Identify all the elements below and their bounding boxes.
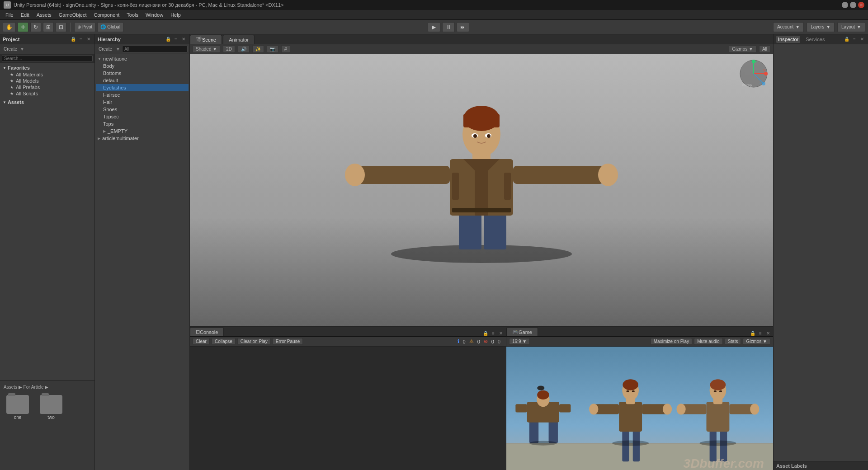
game-lock-icon[interactable]: 🔒 — [750, 330, 756, 336]
mode2d-button[interactable]: 2D — [223, 45, 235, 53]
hierarchy-more-icon[interactable]: ≡ — [173, 36, 179, 42]
project-search-input[interactable] — [2, 55, 93, 62]
hierarchy-create-button[interactable]: Create — [97, 46, 114, 52]
svg-point-39 — [676, 404, 685, 414]
gizmos-button[interactable]: Gizmos ▼ — [729, 45, 756, 53]
layout-dropdown[interactable]: Layout ▼ — [837, 22, 865, 32]
game-panel: 🎮 Game 🔒 ≡ ✕ 16:9 ▼ Maximize on — [506, 326, 773, 470]
item-eyelashes-label: Eyelashes — [103, 85, 126, 90]
layout-label: Layout — [841, 24, 855, 29]
assets-header[interactable]: ▼ Assets — [1, 99, 94, 106]
tab-console[interactable]: ⊡ Console — [190, 327, 224, 336]
scene-all-label[interactable]: All — [759, 45, 770, 53]
assets-grid: one two — [2, 393, 93, 422]
menu-component[interactable]: Component — [90, 11, 123, 19]
stats-button[interactable]: Stats — [725, 338, 741, 345]
menu-tools[interactable]: Tools — [123, 11, 142, 19]
tool-hand[interactable]: ✋ — [3, 22, 16, 32]
maximize-on-play-button[interactable]: Maximize on Play — [651, 338, 692, 345]
maximize-button[interactable]: □ — [850, 2, 856, 8]
error-icon: ⊗ — [484, 338, 488, 344]
console-more-icon[interactable]: ≡ — [490, 330, 496, 336]
inspector-tabs: Inspector Services — [776, 36, 826, 43]
game-close-icon[interactable]: ✕ — [765, 330, 771, 336]
asset-folder-two[interactable]: two — [35, 393, 67, 422]
project-close-icon[interactable]: ✕ — [85, 36, 92, 42]
project-more-icon[interactable]: ≡ — [78, 36, 84, 42]
tab-scene[interactable]: 🎬 Scene — [190, 35, 222, 44]
hierarchy-item-body[interactable]: Body — [96, 62, 189, 70]
hierarchy-item-newfitaone[interactable]: ▼ newfitaone — [96, 55, 189, 62]
menu-window[interactable]: Window — [142, 11, 167, 19]
step-button[interactable]: ⏭ — [457, 22, 469, 32]
account-dropdown[interactable]: Account ▼ — [773, 22, 804, 32]
inspector-more-icon[interactable]: ≡ — [851, 36, 858, 42]
tool-rotate[interactable]: ↻ — [30, 22, 41, 32]
game-gizmos-button[interactable]: Gizmos ▼ — [743, 338, 770, 345]
all-scripts-item[interactable]: ★ All Scripts — [1, 90, 94, 97]
hierarchy-lock-icon[interactable]: 🔒 — [165, 36, 171, 42]
scene-grid-icon[interactable]: # — [281, 45, 290, 53]
menu-assets[interactable]: Assets — [33, 11, 55, 19]
project-lock-icon[interactable]: 🔒 — [70, 36, 76, 42]
tab-animator[interactable]: Animator — [223, 35, 255, 44]
asset-folder-one[interactable]: one — [2, 393, 33, 422]
hierarchy-item-tops[interactable]: Tops — [96, 120, 189, 127]
console-lock-icon[interactable]: 🔒 — [482, 330, 489, 336]
hierarchy-item-topsec[interactable]: Topsec — [96, 113, 189, 120]
hierarchy-item-empty[interactable]: ▶ _EMPTY — [96, 127, 189, 135]
tool-scale[interactable]: ⊞ — [43, 22, 54, 32]
right-panel: Inspector Services 🔒 ≡ ✕ Asset Labels As… — [773, 34, 868, 470]
menu-file[interactable]: File — [2, 11, 17, 19]
scene-camera-icon[interactable]: 📷 — [267, 45, 278, 53]
clear-button[interactable]: Clear — [193, 338, 210, 345]
transport-controls: ▶ ⏸ ⏭ — [125, 22, 771, 32]
tab-game[interactable]: 🎮 Game — [506, 327, 538, 336]
tool-move[interactable]: ✛ — [18, 22, 28, 32]
hierarchy-item-hair[interactable]: Hair — [96, 99, 189, 106]
scene-effects-icon[interactable]: ✨ — [252, 45, 264, 53]
game-more-icon[interactable]: ≡ — [757, 330, 764, 336]
hierarchy-item-articlemultimater[interactable]: ▶ articlemultimater — [96, 135, 189, 142]
console-tab-label: Console — [200, 329, 218, 335]
hierarchy-item-bottoms[interactable]: Bottoms — [96, 70, 189, 77]
hierarchy-item-default[interactable]: default — [96, 77, 189, 84]
tool-rect[interactable]: ⊡ — [56, 22, 66, 32]
inspector-close-icon[interactable]: ✕ — [859, 36, 865, 42]
scene-tab-icon: 🎬 — [196, 37, 202, 42]
close-button[interactable]: ✕ — [858, 2, 864, 8]
character-svg — [328, 100, 635, 263]
create-button[interactable]: Create — [2, 46, 19, 52]
aspect-ratio-dropdown[interactable]: 16:9 ▼ — [509, 338, 530, 345]
play-button[interactable]: ▶ — [428, 22, 440, 32]
menu-edit[interactable]: Edit — [17, 11, 33, 19]
menu-gameobject[interactable]: GameObject — [55, 11, 90, 19]
mute-audio-button[interactable]: Mute audio — [694, 338, 722, 345]
error-pause-button[interactable]: Error Pause — [273, 338, 303, 345]
console-close-icon[interactable]: ✕ — [498, 330, 504, 336]
all-models-item[interactable]: ★ All Models — [1, 78, 94, 84]
clear-on-play-button[interactable]: Clear on Play — [237, 338, 271, 345]
hierarchy-item-hairsec[interactable]: Hairsec — [96, 91, 189, 99]
global-button[interactable]: 🌐 Global — [97, 22, 123, 32]
shading-label: Shaded — [196, 47, 211, 52]
layers-dropdown[interactable]: Layers ▼ — [807, 22, 835, 32]
menu-help[interactable]: Help — [167, 11, 184, 19]
shading-dropdown[interactable]: Shaded ▼ — [193, 45, 220, 53]
tab-services[interactable]: Services — [804, 36, 826, 43]
hierarchy-item-shoes[interactable]: Shoes — [96, 106, 189, 113]
item-article-label: articlemultimater — [102, 136, 139, 141]
tab-inspector[interactable]: Inspector — [776, 36, 800, 43]
scene-audio-icon[interactable]: 🔊 — [238, 45, 250, 53]
hierarchy-close-icon[interactable]: ✕ — [180, 36, 187, 42]
hierarchy-search-input[interactable] — [122, 46, 188, 52]
all-prefabs-item[interactable]: ★ All Prefabs — [1, 84, 94, 90]
all-materials-item[interactable]: ★ All Materials — [1, 71, 94, 78]
minimize-button[interactable]: ─ — [842, 2, 848, 8]
hierarchy-item-eyelashes[interactable]: Eyelashes — [96, 84, 189, 91]
collapse-button[interactable]: Collapse — [212, 338, 236, 345]
favorites-header[interactable]: ▼ Favorites — [1, 64, 94, 71]
inspector-lock-icon[interactable]: 🔒 — [844, 36, 850, 42]
pivot-button[interactable]: ⊕ Pivot — [74, 22, 95, 32]
pause-button[interactable]: ⏸ — [442, 22, 455, 32]
